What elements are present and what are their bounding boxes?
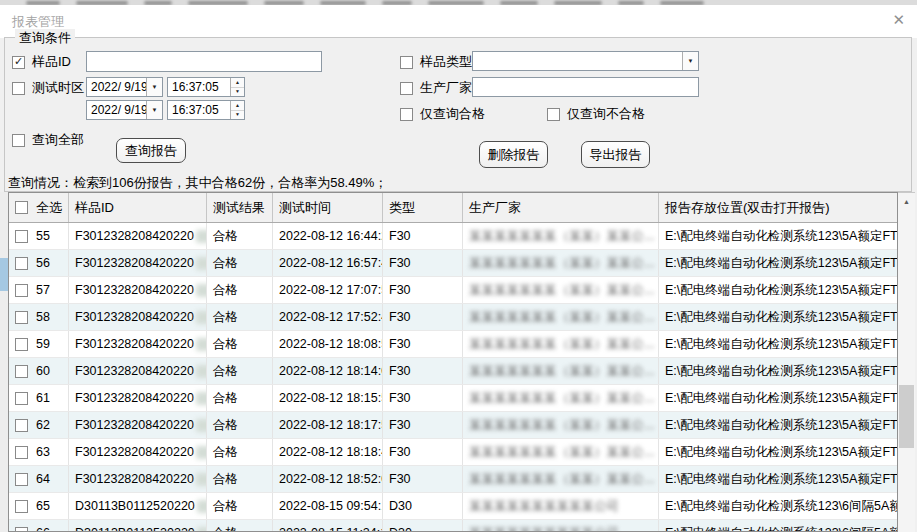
row-checkbox[interactable]: [15, 230, 28, 243]
header-location[interactable]: 报告存放位置(双击打开报告): [659, 193, 897, 222]
table-row[interactable]: 66 D30113B0112520220 合格 2022-08-15 11:24…: [9, 520, 897, 532]
table-row[interactable]: 59 F3012328208420220 合格 2022-08-12 18:08…: [9, 331, 897, 358]
start-date-picker[interactable]: 2022/ 9/19 ▼: [86, 77, 163, 97]
row-checkbox[interactable]: [15, 365, 28, 378]
row-checkbox[interactable]: [15, 392, 28, 405]
table-body: 55 F3012328208420220 合格 2022-08-12 16:44…: [9, 223, 897, 532]
manufacturer-cell: 某某某某某某某（某某）某某公...: [463, 439, 659, 465]
location-cell[interactable]: E:\配电终端自动化检测系统123\5A额定FTU配置: [659, 358, 897, 384]
redacted-id-tail: [196, 230, 207, 243]
start-date-dropdown-button[interactable]: ▼: [146, 78, 162, 96]
location-cell[interactable]: E:\配电终端自动化检测系统123\5A额定FTU配置: [659, 412, 897, 438]
row-select-cell: 55: [9, 223, 69, 249]
header-result[interactable]: 测试结果: [207, 193, 273, 222]
test-period-field: 测试时区: [12, 79, 84, 97]
row-number: 58: [36, 310, 50, 324]
redacted-id-tail: [196, 365, 207, 378]
location-cell[interactable]: E:\配电终端自动化检测系统123\5A额定FTU配置: [659, 277, 897, 303]
scroll-up-button[interactable]: ▲: [898, 193, 915, 210]
manufacturer-input[interactable]: [472, 77, 699, 97]
start-date-value: 2022/ 9/19: [87, 80, 146, 94]
start-time-spinner[interactable]: 16:37:05 ▲▼: [167, 77, 245, 97]
sample-type-dropdown-button[interactable]: ▼: [682, 52, 698, 70]
table-row[interactable]: 57 F3012328208420220 合格 2022-08-12 17:07…: [9, 277, 897, 304]
redacted-manufacturer: 某某某某某某某（某某）某某公...: [469, 336, 654, 353]
select-all-checkbox[interactable]: [15, 201, 28, 214]
sample-id-text: F3012328208420220: [75, 256, 194, 270]
table-row[interactable]: 61 F3012328208420220 合格 2022-08-12 18:15…: [9, 385, 897, 412]
location-cell[interactable]: E:\配电终端自动化检测系统123\5A额定FTU配置: [659, 250, 897, 276]
query-all-checkbox[interactable]: [12, 134, 25, 147]
query-report-button[interactable]: 查询报告: [116, 138, 186, 163]
location-cell[interactable]: E:\配电终端自动化检测系统123\5A额定FTU配置: [659, 439, 897, 465]
redacted-id-tail: [197, 500, 207, 513]
table-row[interactable]: 62 F3012328208420220 合格 2022-08-12 18:17…: [9, 412, 897, 439]
spin-up-icon: ▲: [231, 78, 244, 88]
end-date-picker[interactable]: 2022/ 9/19 ▼: [86, 100, 163, 120]
manufacturer-cell: 某某某某某某某（某某）某某公...: [463, 250, 659, 276]
end-time-spinner[interactable]: 16:37:05 ▲▼: [167, 100, 245, 120]
location-cell[interactable]: E:\配电终端自动化检测系统123\6间隔5A额定D30: [659, 493, 897, 519]
row-checkbox[interactable]: [15, 311, 28, 324]
export-report-button[interactable]: 导出报告: [581, 141, 650, 168]
header-type[interactable]: 类型: [383, 193, 463, 222]
sample-type-combobox[interactable]: ▼: [472, 51, 699, 71]
manufacturer-cell: 某某某某某某某（某某）某某公...: [463, 304, 659, 330]
row-checkbox[interactable]: [15, 419, 28, 432]
redacted-manufacturer: 某某某某某某某（某某）某某公...: [469, 417, 654, 434]
header-time[interactable]: 测试时间: [273, 193, 383, 222]
table-row[interactable]: 64 F3012328208420220 合格 2022-08-12 18:52…: [9, 466, 897, 493]
row-checkbox[interactable]: [15, 473, 28, 486]
delete-report-button[interactable]: 删除报告: [479, 141, 548, 168]
end-date-dropdown-button[interactable]: ▼: [146, 101, 162, 119]
row-checkbox[interactable]: [15, 284, 28, 297]
scrollbar-thumb[interactable]: [899, 385, 914, 448]
location-cell[interactable]: E:\配电终端自动化检测系统123\5A额定FTU配置: [659, 466, 897, 492]
sample-type-field: 样品类型: [400, 53, 472, 71]
table-row[interactable]: 63 F3012328208420220 合格 2022-08-12 18:18…: [9, 439, 897, 466]
only-fail-label: 仅查询不合格: [567, 105, 645, 123]
header-manufacturer[interactable]: 生产厂家: [463, 193, 659, 222]
redacted-id-tail: [196, 419, 207, 432]
location-cell[interactable]: E:\配电终端自动化检测系统123\6间隔5A额定D30: [659, 520, 897, 532]
row-checkbox[interactable]: [15, 257, 28, 270]
manufacturer-cell: 某某某某某某某（某某）某某公...: [463, 412, 659, 438]
table-row[interactable]: 60 F3012328208420220 合格 2022-08-12 18:14…: [9, 358, 897, 385]
type-cell: F30: [383, 385, 463, 411]
result-cell: 合格: [207, 493, 273, 519]
location-cell[interactable]: E:\配电终端自动化检测系统123\5A额定FTU配置: [659, 304, 897, 330]
table-row[interactable]: 65 D30113B0112520220 合格 2022-08-15 09:54…: [9, 493, 897, 520]
location-cell[interactable]: E:\配电终端自动化检测系统123\5A额定FTU配置: [659, 223, 897, 249]
redacted-id-tail: [196, 338, 207, 351]
table-row[interactable]: 58 F3012328208420220 合格 2022-08-12 17:52…: [9, 304, 897, 331]
only-fail-checkbox[interactable]: [547, 108, 560, 121]
location-cell[interactable]: E:\配电终端自动化检测系统123\5A额定FTU配置: [659, 331, 897, 357]
row-checkbox[interactable]: [15, 338, 28, 351]
manufacturer-checkbox[interactable]: [400, 82, 413, 95]
row-checkbox[interactable]: [15, 500, 28, 513]
row-checkbox[interactable]: [15, 527, 28, 532]
sample-id-input[interactable]: [86, 51, 322, 72]
location-cell[interactable]: E:\配电终端自动化检测系统123\5A额定FTU配置: [659, 385, 897, 411]
header-sample-id[interactable]: 样品ID: [69, 193, 207, 222]
sample-type-checkbox[interactable]: [400, 56, 413, 69]
background-blur: [428, 1, 484, 5]
sample-id-cell: F3012328208420220: [69, 304, 207, 330]
time-cell: 2022-08-12 18:08:55: [273, 331, 383, 357]
row-select-cell: 57: [9, 277, 69, 303]
test-period-checkbox[interactable]: [12, 82, 25, 95]
table-row[interactable]: 56 F3012328208420220 合格 2022-08-12 16:57…: [9, 250, 897, 277]
only-pass-checkbox[interactable]: [400, 108, 413, 121]
vertical-scrollbar[interactable]: ▲: [898, 192, 915, 532]
sample-id-checkbox[interactable]: ✓: [12, 56, 25, 69]
close-icon[interactable]: ✕: [892, 11, 905, 29]
start-time-spin-buttons[interactable]: ▲▼: [230, 78, 244, 96]
row-checkbox[interactable]: [15, 446, 28, 459]
table-row[interactable]: 55 F3012328208420220 合格 2022-08-12 16:44…: [9, 223, 897, 250]
spin-up-icon: ▲: [231, 101, 244, 111]
end-time-spin-buttons[interactable]: ▲▼: [230, 101, 244, 119]
redacted-manufacturer: 某某某某某某某某某某公司: [469, 525, 619, 532]
header-select-all[interactable]: 全选: [9, 193, 69, 222]
row-number: 60: [36, 364, 50, 378]
sample-id-cell: F3012328208420220: [69, 439, 207, 465]
